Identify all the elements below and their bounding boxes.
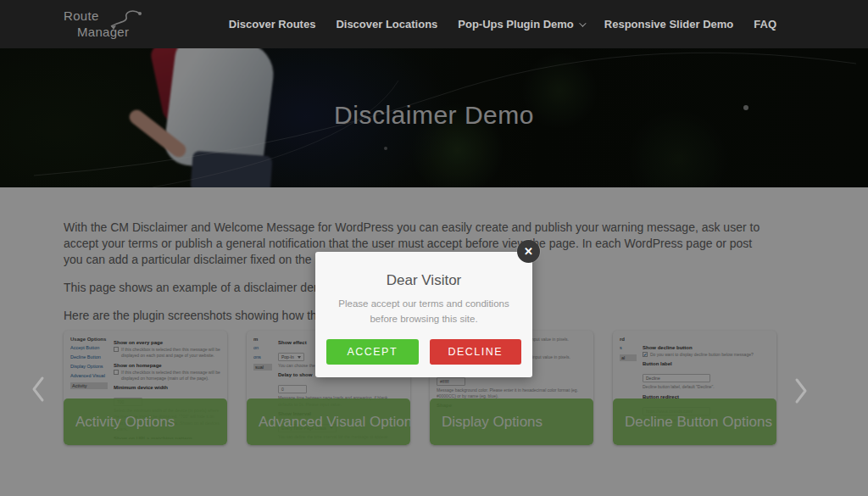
nav-discover-locations[interactable]: Discover Locations (336, 18, 437, 31)
modal-buttons: ACCEPT DECLINE (326, 339, 521, 365)
site-header: Route Manager Discover Routes Discover L… (0, 0, 868, 48)
carousel-next-button[interactable] (793, 377, 809, 404)
accept-button[interactable]: ACCEPT (326, 339, 419, 365)
nav-faq[interactable]: FAQ (754, 18, 776, 31)
nav-responsive-slider-demo[interactable]: Responsive Slider Demo (604, 18, 733, 31)
decline-button[interactable]: DECLINE (430, 339, 522, 365)
nav-popups-plugin-demo[interactable]: Pop-Ups Plugin Demo (458, 18, 584, 31)
route-squiggle-icon (97, 7, 143, 37)
modal-message: Please accept our terms and conditions b… (334, 297, 514, 327)
close-icon[interactable]: ✕ (517, 240, 540, 263)
disclaimer-modal: ✕ Dear Visitor Please accept our terms a… (315, 252, 532, 377)
carousel-prev-button[interactable] (31, 376, 46, 403)
chevron-down-icon (579, 20, 586, 26)
modal-title: Dear Visitor (315, 272, 532, 289)
main-nav: Discover Routes Discover Locations Pop-U… (229, 18, 776, 31)
nav-discover-routes[interactable]: Discover Routes (229, 18, 316, 31)
site-logo[interactable]: Route Manager (64, 8, 129, 41)
